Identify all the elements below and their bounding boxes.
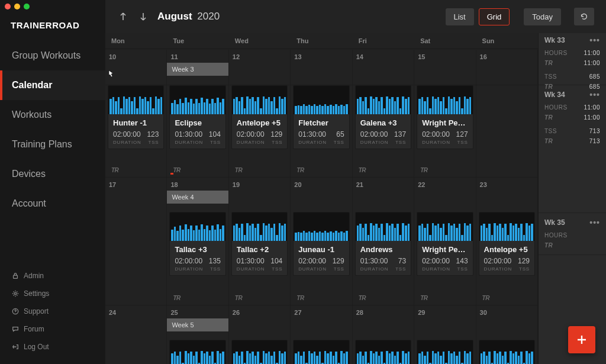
week-pill[interactable]: Week 3: [167, 63, 228, 76]
tr-badge: TR: [544, 60, 553, 66]
sidebar-item-label: Admin: [24, 272, 44, 280]
hours-value-2: 11:00: [584, 60, 600, 66]
workout-card[interactable]: Hunter -1 02:00:00123 DURATIONTSS: [108, 85, 164, 149]
sidebar-item-training-plans[interactable]: Training Plans: [0, 130, 105, 159]
sidebar-item-admin[interactable]: Admin: [0, 267, 105, 285]
sidebar-item-calendar[interactable]: Calendar: [0, 70, 105, 100]
sidebar-item-group-workouts[interactable]: Group Workouts: [0, 41, 105, 70]
day-header: Mon: [105, 33, 167, 49]
calendar-cell[interactable]: Wright Pe… 02:00:00127 DURATIONTSS TR: [414, 85, 476, 178]
sidebar-item-support[interactable]: Support: [0, 302, 105, 320]
week-pill[interactable]: Week 5: [167, 318, 228, 331]
workout-duration: 02:00:00: [298, 257, 326, 265]
calendar-cell[interactable]: Eclipse 01:30:00104 DURATIONTSS TR: [167, 85, 228, 178]
calendar-cell[interactable]: 24: [105, 305, 167, 364]
calendar-cell[interactable]: 12: [229, 50, 291, 85]
workout-card[interactable]: Wright Pe… 02:00:00143 DURATIONTSS: [417, 212, 473, 276]
sidebar-item-settings[interactable]: Settings: [0, 285, 105, 302]
day-header: Sat: [414, 33, 476, 49]
calendar-cell[interactable]: 25Week 5: [167, 305, 228, 364]
calendar-cell[interactable]: Hunter -1 02:00:00123 DURATIONTSS TR: [105, 85, 167, 178]
more-icon[interactable]: •••: [589, 90, 600, 99]
svg-rect-0: [14, 275, 18, 278]
minimize-dot[interactable]: [14, 4, 20, 9]
calendar-cell[interactable]: 10: [105, 50, 167, 85]
zoom-dot[interactable]: [24, 4, 30, 9]
calendar-cell[interactable]: 20 Juneau -1 02:00:00129 DURATIONTSS TR: [291, 178, 352, 305]
sidebar-item-workouts[interactable]: Workouts: [0, 100, 105, 130]
gear-icon: [12, 290, 19, 297]
grid-view-button[interactable]: Grid: [479, 8, 510, 25]
calendar-cell[interactable]: 21 Andrews 01:30:0073 DURATIONTSS TR: [353, 178, 414, 305]
day-headers: MonTueWedThuFriSatSun: [105, 33, 538, 49]
calendar-cell[interactable]: 14: [353, 50, 414, 85]
more-icon[interactable]: •••: [589, 218, 600, 227]
calendar-cell[interactable]: 11Week 3: [167, 50, 228, 85]
tss-label: TSS: [334, 140, 344, 145]
duration-label: DURATION: [237, 266, 265, 272]
refresh-button[interactable]: [574, 8, 594, 25]
calendar-cell[interactable]: [476, 85, 538, 178]
brand-logo: TRAINERROAD: [0, 17, 105, 41]
workout-duration: 01:30:00: [175, 130, 202, 138]
calendar-cell[interactable]: 18Week 4 Tallac +3 02:00:00135 DURATIONT…: [167, 178, 228, 305]
calendar-cell[interactable]: 22 Wright Pe… 02:00:00143 DURATIONTSS TR: [414, 178, 476, 305]
calendar-cell[interactable]: Fletcher 01:30:0065 DURATIONTSS TR: [291, 85, 352, 178]
workout-card[interactable]: Fletcher 01:30:0065 DURATIONTSS: [293, 85, 349, 149]
brand-b: ROAD: [52, 20, 79, 30]
workout-card[interactable]: Tallac +3 02:00:00135 DURATIONTSS: [169, 212, 225, 276]
calendar-cell[interactable]: Antelope +5 02:00:00129 DURATIONTSS TR: [229, 85, 291, 178]
sidebar-item-forum[interactable]: Forum: [0, 320, 105, 338]
workout-card[interactable]: Andrews 01:30:0073 DURATIONTSS: [355, 212, 411, 276]
day-header: Thu: [291, 33, 352, 49]
close-dot[interactable]: [5, 4, 11, 9]
sidebar-item-log-out[interactable]: Log Out: [0, 338, 105, 356]
calendar-cell[interactable]: 19 Tallac +2 01:30:00104 DURATIONTSS TR: [229, 178, 291, 305]
calendar-cell[interactable]: 26: [229, 305, 291, 364]
workout-tss: 104: [270, 257, 282, 265]
sidebar-item-devices[interactable]: Devices: [0, 159, 105, 189]
tr-badge: TR: [544, 114, 553, 121]
day-number: 30: [480, 309, 534, 316]
calendar-cell[interactable]: 27: [291, 305, 352, 364]
hours-value: 11:00: [584, 50, 600, 56]
prev-arrow-icon[interactable]: [117, 11, 129, 22]
tss-label: TSS: [544, 73, 557, 80]
next-arrow-icon[interactable]: [137, 11, 149, 22]
month-year: 2020: [197, 11, 220, 22]
workout-card[interactable]: Juneau -1 02:00:00129 DURATIONTSS: [293, 212, 349, 276]
today-button[interactable]: Today: [524, 8, 561, 25]
calendar-cell[interactable]: Galena +3 02:00:00137 DURATIONTSS TR: [353, 85, 414, 178]
workout-card[interactable]: Eclipse 01:30:00104 DURATIONTSS: [169, 85, 225, 149]
tss-label: TSS: [272, 140, 282, 145]
workout-card[interactable]: Galena +3 02:00:00137 DURATIONTSS: [355, 85, 411, 149]
workout-card[interactable]: [417, 340, 473, 364]
calendar-cell[interactable]: 17: [105, 178, 167, 305]
calendar-cell[interactable]: 29: [414, 305, 476, 364]
workout-card[interactable]: Wright Pe… 02:00:00127 DURATIONTSS: [417, 85, 473, 149]
sidebar-item-account[interactable]: Account: [0, 189, 105, 218]
workout-card[interactable]: [293, 340, 349, 364]
workout-card[interactable]: Antelope +5 02:00:00129 DURATIONTSS: [479, 212, 535, 276]
calendar-cell[interactable]: 13: [291, 50, 352, 85]
workout-card[interactable]: Tallac +2 01:30:00104 DURATIONTSS: [231, 212, 288, 276]
list-view-button[interactable]: List: [446, 8, 474, 25]
workout-card[interactable]: [355, 340, 411, 364]
tss-value-2: 713: [589, 138, 600, 144]
calendar-cell[interactable]: 30: [476, 305, 538, 364]
workout-card[interactable]: [479, 340, 535, 364]
calendar-cell[interactable]: 15: [414, 50, 476, 85]
workout-chart: [417, 212, 472, 241]
calendar-cell[interactable]: 23 Antelope +5 02:00:00129 DURATIONTSS T…: [476, 178, 538, 305]
workout-chart: [417, 86, 472, 114]
workout-chart: [170, 212, 225, 241]
more-icon[interactable]: •••: [589, 36, 600, 45]
tr-badge: TR: [544, 138, 553, 144]
workout-card[interactable]: Antelope +5 02:00:00129 DURATIONTSS: [231, 85, 288, 149]
add-button[interactable]: [568, 326, 595, 353]
week-pill[interactable]: Week 4: [167, 191, 228, 204]
workout-card[interactable]: [169, 340, 225, 364]
calendar-cell[interactable]: 28: [353, 305, 414, 364]
workout-card[interactable]: [231, 340, 288, 364]
calendar-cell[interactable]: 16: [476, 50, 538, 85]
